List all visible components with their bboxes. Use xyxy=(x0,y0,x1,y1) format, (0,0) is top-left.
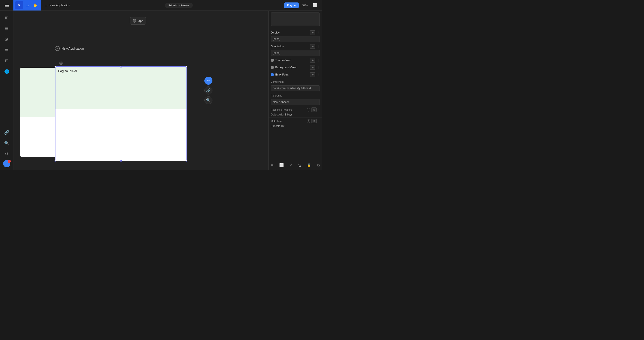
hamburger-icon[interactable] xyxy=(5,4,9,7)
artboard[interactable]: Página Inicial xyxy=(55,66,187,161)
canvas-area[interactable]: app − New Application ◎ Página Inicial xyxy=(14,11,268,170)
response-headers-f0-btn[interactable]: f0 xyxy=(311,107,317,112)
artboard-top: Página Inicial xyxy=(56,66,186,109)
app-dropdown[interactable]: app xyxy=(130,17,146,24)
topbar-right: Play ▶ 52% ⬜ xyxy=(284,2,322,9)
display-dots-btn[interactable]: ⋮ xyxy=(317,31,320,34)
display-select[interactable]: [none] xyxy=(271,36,320,42)
theme-color-swatch[interactable] xyxy=(271,59,274,62)
background-color-swatch[interactable] xyxy=(271,66,274,69)
background-color-label: Background Color xyxy=(275,66,308,69)
response-headers-value[interactable]: Object with 3 keys → xyxy=(268,112,322,117)
app-label: app xyxy=(138,19,143,22)
node-title: New Application xyxy=(62,47,84,50)
app-dot-icon xyxy=(132,19,136,22)
background-color-f0-btn[interactable]: f0 xyxy=(310,65,315,70)
response-headers-help[interactable]: ? xyxy=(307,108,310,111)
meta-tags-f0-btn[interactable]: f0 xyxy=(311,119,317,123)
user-avatar[interactable]: 1 xyxy=(3,160,10,167)
play-button[interactable]: Play ▶ xyxy=(284,2,299,8)
float-search-btn[interactable]: 🔍 xyxy=(204,96,212,104)
app-title-area: ▭ New Application xyxy=(41,3,74,7)
reference-label-row: Reference xyxy=(268,92,322,99)
theme-color-dots-btn[interactable]: ⋮ xyxy=(317,58,320,62)
background-color-row: Background Color f0 ⋮ xyxy=(268,64,322,71)
display-row: Display f0 ⋮ xyxy=(268,29,322,36)
orientation-row: Orientation f0 ⋮ xyxy=(268,43,322,50)
artboard-bottom xyxy=(56,109,186,161)
description-section xyxy=(268,11,322,28)
orientation-dots-btn[interactable]: ⋮ xyxy=(317,45,320,48)
description-textarea[interactable] xyxy=(271,12,320,26)
component-label: Component xyxy=(271,80,320,83)
center-tab[interactable]: Primeiros Passos xyxy=(165,3,193,8)
sidebar-icon-history[interactable]: ↺ xyxy=(2,149,11,158)
node-collapse-icon[interactable]: − xyxy=(55,46,60,51)
menu-button[interactable] xyxy=(0,0,14,10)
handle-tm[interactable] xyxy=(120,66,122,67)
sidebar-icon-search[interactable]: 🔍 xyxy=(2,139,11,148)
meta-tags-dots-btn[interactable]: ⋮ xyxy=(317,119,320,123)
entry-point-dots-btn[interactable]: ⋮ xyxy=(317,73,320,76)
panel-copy-btn[interactable]: ⧉ xyxy=(314,161,322,169)
meta-tags-help[interactable]: ? xyxy=(307,119,310,123)
handle-bl[interactable] xyxy=(54,160,56,162)
background-color-dots-btn[interactable]: ⋮ xyxy=(317,66,320,69)
hand-tool[interactable]: ✋ xyxy=(31,1,39,9)
panel-bottom-toolbar: ✏ ⬜ ✕ 🗑 🔒 ⧉ xyxy=(268,160,322,170)
display-f0-btn[interactable]: f0 xyxy=(310,30,315,35)
panel-image-btn[interactable]: ⬜ xyxy=(278,161,285,169)
sidebar-icon-grid[interactable]: ▤ xyxy=(2,45,11,54)
frame-tool[interactable]: ▭ xyxy=(23,1,31,9)
play-icon: ▶ xyxy=(294,4,296,7)
sidebar-icon-link[interactable]: 🔗 xyxy=(2,128,11,137)
panel-lock-btn[interactable]: 🔒 xyxy=(306,161,313,169)
meta-tags-label: Meta Tags xyxy=(271,120,307,122)
meta-tags-value[interactable]: Expects list → xyxy=(268,124,322,129)
zoom-level[interactable]: 52% xyxy=(300,4,310,7)
response-headers-dots-btn[interactable]: ⋮ xyxy=(317,108,320,111)
target-icon[interactable]: ◎ xyxy=(59,60,63,65)
handle-br[interactable] xyxy=(186,160,188,162)
float-edit-btn[interactable]: ✏ xyxy=(204,77,212,85)
reference-field[interactable]: New Artboard xyxy=(271,99,320,105)
left-sidebar: ⊞ ☰ ◉ ▤ ⊡ 🌐 🔗 🔍 ↺ 1 xyxy=(0,11,14,170)
topbar: ↖ ▭ ✋ ▭ New Application Primeiros Passos… xyxy=(0,0,322,11)
topbar-center: Primeiros Passos xyxy=(74,3,284,8)
entry-point-f0-btn[interactable]: f0 xyxy=(310,72,315,77)
entry-point-row: Entry Point f0 ⋮ xyxy=(268,71,322,78)
page-label: Página Inicial xyxy=(58,69,77,73)
component-field[interactable]: data2-core-primitives@Artboard xyxy=(271,85,320,91)
node-label: − New Application xyxy=(55,46,84,51)
tool-palette: ↖ ▭ ✋ xyxy=(14,0,41,10)
orientation-select[interactable]: [none] xyxy=(271,50,320,56)
response-headers-section: Response Headers ? f0 ⋮ xyxy=(268,106,322,112)
meta-tags-section: Meta Tags ? f0 ⋮ xyxy=(268,117,322,124)
theme-color-label: Theme Color xyxy=(275,59,308,62)
orientation-f0-btn[interactable]: f0 xyxy=(310,44,315,49)
theme-color-f0-btn[interactable]: f0 xyxy=(310,58,315,62)
share-button[interactable]: ⬜ xyxy=(311,2,318,9)
pointer-tool[interactable]: ↖ xyxy=(15,1,23,9)
sidebar-icon-pages[interactable]: ⊡ xyxy=(2,56,11,65)
component-label-row: Component xyxy=(268,78,322,85)
handle-tl[interactable] xyxy=(54,66,56,67)
panel-scroll: Display f0 ⋮ [none] Orientation f0 ⋮ [no… xyxy=(268,28,322,160)
sidebar-icon-global[interactable]: 🌐 xyxy=(2,67,11,76)
panel-close-btn[interactable]: ✕ xyxy=(287,161,294,169)
float-link-btn[interactable]: 🔗 xyxy=(204,86,212,94)
handle-bm[interactable] xyxy=(120,160,122,162)
panel-trash-btn[interactable]: 🗑 xyxy=(296,161,304,169)
sidebar-icon-assets[interactable]: ◉ xyxy=(2,35,11,44)
handle-tr[interactable] xyxy=(186,66,188,67)
panel-pencil-btn[interactable]: ✏ xyxy=(268,161,276,169)
main-area: ⊞ ☰ ◉ ▤ ⊡ 🌐 🔗 🔍 ↺ 1 app − New Applicatio… xyxy=(0,11,322,170)
app-title: New Application xyxy=(50,3,70,7)
sidebar-icon-components[interactable]: ⊞ xyxy=(2,13,11,22)
notification-badge: 1 xyxy=(8,160,11,163)
sidebar-bottom: 🔗 🔍 ↺ 1 xyxy=(2,128,11,167)
right-panel: Display f0 ⋮ [none] Orientation f0 ⋮ [no… xyxy=(268,11,322,170)
reference-label: Reference xyxy=(271,94,320,97)
title-icon: ▭ xyxy=(45,3,48,7)
sidebar-icon-layers[interactable]: ☰ xyxy=(2,24,11,33)
